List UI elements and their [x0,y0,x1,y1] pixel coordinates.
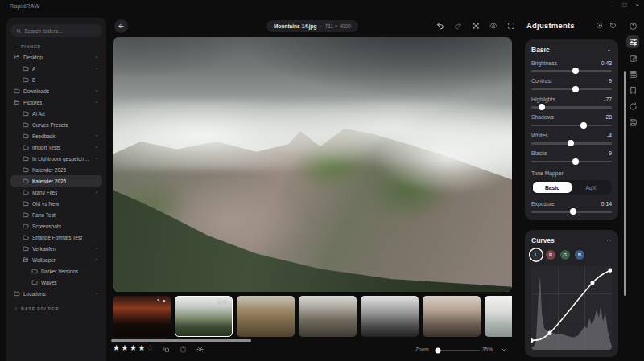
folder-row-many-files[interactable]: Many Files [10,187,102,198]
thumbnail-snowy-aerial[interactable] [485,296,512,337]
search-input[interactable] [24,28,97,34]
zoom-dropdown-chevron-icon[interactable] [501,347,507,353]
preview-eye-icon[interactable] [489,21,497,30]
chevron-up-icon[interactable] [94,100,99,105]
photo-canvas[interactable] [113,37,512,292]
chevron-left-icon[interactable] [94,190,99,195]
folder-row-locations[interactable]: Locations [10,288,102,299]
pinned-section-header[interactable]: PINNED [14,44,99,49]
folder-row-b[interactable]: B [10,74,102,85]
folder-row-pano-test[interactable]: Pano Test [10,209,102,220]
crop-edit-icon[interactable] [626,51,639,64]
chevron-down-icon[interactable] [94,88,99,93]
metadata-circle-icon[interactable] [626,19,639,32]
tone-mapper-option-agx[interactable]: AgX [572,182,610,193]
folder-row-ai-art[interactable]: AI Art [10,108,102,119]
maximize-button[interactable]: □ [622,2,626,10]
folder-row-waves[interactable]: Waves [10,277,102,288]
star-4[interactable]: ★ [138,343,146,352]
chevron-down-icon[interactable] [94,246,99,251]
folder-row-desktop[interactable]: Desktop [10,51,102,63]
thumbnail-river-valley[interactable] [237,296,295,337]
clipping-grid-icon[interactable] [471,21,480,30]
thumbnail-paris-skyline[interactable] [423,296,481,337]
slider-knob[interactable] [580,122,587,129]
tone-mapper-option-basic[interactable]: Basic [533,182,572,193]
paste-settings-icon[interactable] [180,346,187,353]
folder-row-darker-versions[interactable]: Darker Versions [10,265,102,277]
slider-track[interactable] [531,161,612,163]
folder-row-pictures[interactable]: Pictures [10,96,102,108]
slider-knob[interactable] [539,104,545,110]
slider-track[interactable] [531,106,612,109]
folder-row-import-tests[interactable]: Import Tests [10,142,102,153]
filename-pill: Mountains-14.jpg · 711 × 4000 [266,20,358,32]
star-2[interactable]: ★ [121,343,129,352]
zoom-slider[interactable] [435,350,480,352]
export-save-icon[interactable] [626,116,639,129]
curve-channel-b[interactable]: B [575,250,584,260]
thumbnail-sunset-city[interactable]: 5 ★ [113,296,171,337]
chevron-down-icon[interactable] [94,291,99,296]
presets-bookmark-icon[interactable] [626,84,639,96]
masks-layers-icon[interactable] [626,68,639,80]
folder-row-curves-presets[interactable]: Curves Presets [10,119,102,130]
folder-row-strange-formats-test[interactable]: Strange Formats Test [10,232,102,243]
folder-row-screenshots[interactable]: Screenshots [10,220,102,232]
curves-collapse-chevron-icon[interactable] [606,237,612,243]
chevron-down-icon[interactable] [94,156,99,161]
chevron-down-icon[interactable] [94,133,99,138]
thumbnail-bw-city-skyline[interactable] [361,296,419,337]
folder-row-feedback[interactable]: Feedback [10,130,102,142]
reset-adjustments-icon[interactable] [609,22,617,29]
folder-row-kalender-2025[interactable]: Kalender 2025 [10,164,102,175]
auto-settings-gear-icon[interactable] [196,346,204,353]
folder-row-verkaufen[interactable]: Verkaufen [10,243,102,254]
thumbnail-rocky-peaks[interactable] [299,296,357,337]
folder-row-in-lightroom-gespeicherte[interactable]: In Lightroom gespeicherte … [10,153,102,164]
folder-row-a[interactable]: A [10,63,102,74]
curve-channel-r[interactable]: R [546,250,555,260]
folder-row-downloads[interactable]: Downloads [10,85,102,96]
folder-row-wallpaper[interactable]: Wallpaper [10,254,102,265]
adjustments-sliders-icon[interactable] [626,35,639,48]
slider-knob[interactable] [570,208,576,215]
close-button[interactable]: × [635,2,639,10]
zoom-slider-knob[interactable] [436,347,441,353]
slider-knob[interactable] [572,158,579,165]
slider-knob[interactable] [572,86,579,92]
slider-track[interactable] [531,70,612,72]
slider-track[interactable] [531,211,612,213]
chevron-down-icon[interactable] [94,66,99,71]
slider-track[interactable] [531,88,612,91]
chevron-up-icon[interactable] [94,55,99,59]
star-1[interactable]: ★ [113,343,121,352]
minimize-button[interactable]: – [610,2,613,10]
redo-icon[interactable] [453,21,462,30]
base-folder-row[interactable]: BASE FOLDER [14,306,99,311]
filmstrip-scrollbar[interactable] [111,339,251,342]
star-3[interactable]: ★ [130,343,138,352]
slider-knob[interactable] [568,140,574,146]
fullscreen-icon[interactable] [506,21,515,30]
folder-row-old-vs-new[interactable]: Old vs New [10,198,102,209]
star-5[interactable]: ☆ [147,343,155,352]
basic-collapse-chevron-icon[interactable] [606,47,612,53]
folder-row-kalender-2026[interactable]: Kalender 2026 [10,175,102,187]
back-button[interactable] [114,19,128,33]
ai-rotate-icon[interactable] [626,100,639,113]
slider-label: Blacks [531,150,547,156]
slider-knob[interactable] [572,68,579,74]
chevron-down-icon[interactable] [94,145,99,150]
copy-settings-icon[interactable] [163,346,170,353]
curve-channel-l[interactable]: L [531,250,541,260]
search-box[interactable] [10,24,102,37]
slider-track[interactable] [531,125,612,127]
undo-icon[interactable] [436,21,444,30]
curve-editor[interactable] [531,266,612,350]
chevron-up-icon[interactable] [94,257,99,262]
thumbnail-foggy-mountains[interactable]: 4 ★ [175,296,233,337]
curve-channel-g[interactable]: G [560,250,570,260]
auto-adjust-icon[interactable] [596,22,603,29]
slider-track[interactable] [531,142,612,145]
